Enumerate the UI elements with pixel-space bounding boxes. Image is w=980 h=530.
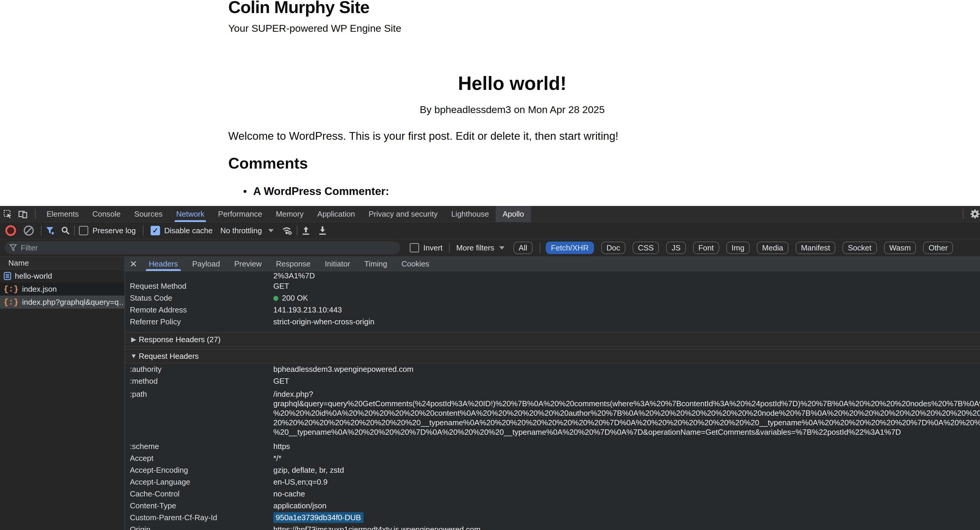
filter-chip-js[interactable]: JS [666, 241, 686, 254]
header-row: Request Method GET [125, 280, 980, 292]
tab-timing[interactable]: Timing [357, 257, 394, 271]
tab-performance[interactable]: Performance [212, 206, 269, 222]
bullet-icon: • [243, 185, 253, 198]
filter-chip-css[interactable]: CSS [633, 241, 659, 254]
filter-chip-wasm[interactable]: Wasm [884, 241, 916, 254]
json-icon: {:} [3, 284, 18, 294]
filter-chip-img[interactable]: Img [726, 241, 750, 254]
tab-console[interactable]: Console [85, 206, 127, 222]
tab-lighthouse[interactable]: Lighthouse [444, 206, 496, 222]
tab-application[interactable]: Application [310, 206, 362, 222]
post-body: Welcome to WordPress. This is your first… [228, 130, 618, 142]
request-headers-section[interactable]: ▼ Request Headers [125, 349, 980, 363]
headers-pane: 2%3A1%7D Request Method GET Status Code … [125, 271, 980, 530]
request-row-hello-world[interactable]: hello-world [0, 270, 124, 283]
response-headers-section[interactable]: ▶ Response Headers (27) [125, 332, 980, 346]
filter-chip-fetch-xhr[interactable]: Fetch/XHR [546, 241, 594, 254]
tab-sources[interactable]: Sources [127, 206, 169, 222]
tab-memory[interactable]: Memory [269, 206, 310, 222]
document-icon [3, 271, 11, 281]
tab-initiator[interactable]: Initiator [318, 257, 357, 271]
filter-chip-manifest[interactable]: Manifest [795, 241, 835, 254]
import-har-icon[interactable] [301, 226, 310, 235]
checkbox-unchecked[interactable] [79, 226, 88, 235]
chevron-down-icon: ▼ [129, 352, 139, 360]
network-filterbar: Filter Invert More filters All Fetch/XHR… [0, 239, 980, 257]
export-har-icon[interactable] [318, 226, 327, 235]
chevron-right-icon: ▶ [129, 335, 139, 343]
close-icon[interactable]: ✕ [125, 259, 142, 269]
tab-privacy-and-security[interactable]: Privacy and security [362, 206, 445, 222]
screen: Colin Murphy Site Your SUPER-powered WP … [0, 0, 980, 530]
search-icon[interactable] [61, 226, 70, 235]
name-column-header[interactable]: Name [0, 257, 124, 270]
filter-chip-font[interactable]: Font [693, 241, 719, 254]
record-network-log-button[interactable] [5, 225, 24, 236]
comments-heading: Comments [228, 154, 308, 172]
preserve-log-checkbox[interactable]: Preserve log [79, 226, 136, 235]
tab-apollo[interactable]: Apollo [496, 206, 531, 222]
preserve-log-label: Preserve log [92, 226, 136, 235]
clipped-value: 2%3A1%7D [125, 271, 980, 280]
header-row: Accept-Language en-US,en;q=0.9 [125, 476, 980, 488]
disable-cache-label: Disable cache [164, 226, 213, 235]
filter-chip-all[interactable]: All [514, 241, 533, 254]
inspect-element-icon[interactable] [0, 206, 16, 222]
devtools-tabbar: Elements Console Sources Network Perform… [0, 206, 980, 222]
header-row: Status Code 200 OK [125, 292, 980, 304]
divider [143, 225, 143, 236]
filter-placeholder: Filter [21, 243, 38, 252]
header-row: :authority bpheadlessdem3.wpenginepowere… [125, 363, 980, 375]
webpage-viewport: Colin Murphy Site Your SUPER-powered WP … [0, 0, 980, 206]
checkbox-checked[interactable]: ✓ [151, 226, 160, 235]
filter-chip-doc[interactable]: Doc [601, 241, 625, 254]
invert-label: Invert [423, 243, 442, 252]
divider [41, 225, 41, 236]
header-row: :method GET [125, 375, 980, 387]
post-title: Hello world! [228, 72, 796, 94]
tab-payload[interactable]: Payload [185, 257, 227, 271]
filter-chip-socket[interactable]: Socket [842, 241, 877, 254]
funnel-icon [10, 244, 17, 252]
invert-checkbox[interactable]: Invert [410, 243, 442, 252]
header-row: Accept */* [125, 452, 980, 464]
filter-input[interactable]: Filter [5, 241, 400, 254]
status-ok-icon [273, 296, 278, 301]
highlighted-value: 950a1e3739db34f0-DUB [273, 512, 363, 523]
chevron-down-icon [268, 229, 274, 232]
request-row-index-json[interactable]: {:} index.json [0, 283, 124, 295]
network-main: Name hello-world {:} index.json {:} inde… [0, 257, 980, 530]
chevron-down-icon [499, 246, 504, 249]
filter-chip-media[interactable]: Media [757, 241, 789, 254]
checkbox-unchecked[interactable] [410, 243, 419, 252]
tab-elements[interactable]: Elements [40, 206, 85, 222]
tab-response[interactable]: Response [269, 257, 318, 271]
tab-cookies[interactable]: Cookies [394, 257, 436, 271]
path-value: /index.php? graphql&query=query%20GetCom… [273, 390, 980, 437]
tab-network[interactable]: Network [169, 206, 211, 222]
settings-icon[interactable] [970, 209, 980, 219]
network-conditions-icon[interactable] [282, 226, 293, 235]
header-row: Custom-Parent-Cf-Ray-Id 950a1e3739db34f0… [125, 512, 980, 524]
more-filters-dropdown[interactable]: More filters [456, 243, 504, 252]
header-row: Origin https://hnf73jmszuxp1cjermodt4xty… [125, 524, 980, 530]
filter-chip-other[interactable]: Other [923, 241, 953, 254]
header-row: Referrer Policy strict-origin-when-cross… [125, 316, 980, 327]
device-toolbar-icon[interactable] [16, 206, 31, 222]
tab-headers[interactable]: Headers [142, 257, 185, 271]
header-row: Accept-Encoding gzip, deflate, br, zstd [125, 464, 980, 476]
request-row-index-php-graphql[interactable]: {:} index.php?graphql&query=q… [0, 295, 124, 309]
throttling-dropdown[interactable]: No throttling [220, 226, 274, 235]
header-row: Remote Address 141.193.213.10:443 [125, 304, 980, 316]
divider [35, 209, 36, 219]
divider [449, 243, 450, 253]
requests-list: Name hello-world {:} index.json {:} inde… [0, 257, 125, 530]
divider [540, 243, 540, 253]
clear-network-log-button[interactable] [24, 225, 37, 236]
tab-preview[interactable]: Preview [227, 257, 269, 271]
header-row: :scheme https [125, 441, 980, 452]
divider [963, 209, 963, 219]
filter-toggle-icon[interactable] [46, 226, 54, 235]
divider [297, 225, 298, 236]
disable-cache-checkbox[interactable]: ✓ Disable cache [151, 226, 213, 235]
